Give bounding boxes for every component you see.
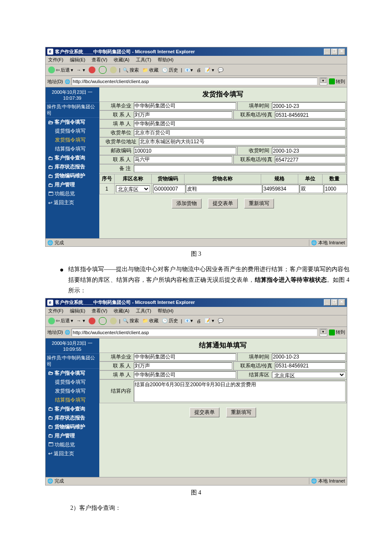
sidebar-item-home[interactable]: ↩ 返回主页 (46, 198, 99, 207)
sidebar-item-settle-fill[interactable]: 结算指令填写 (46, 145, 99, 153)
cell-area-select[interactable]: 北京库区 (116, 185, 150, 192)
sidebar-item-goods-code[interactable]: 🗀 货物编码维护 (46, 171, 99, 180)
sidebar-item-user-mgmt[interactable]: 🗀 用户管理 (46, 431, 99, 440)
menu-favorites[interactable]: 收藏(A) (114, 57, 130, 62)
go-button[interactable]: 转到 (329, 329, 345, 335)
history-button[interactable]: 🕒 历史 (161, 67, 179, 73)
field-recv-unit[interactable] (134, 129, 346, 136)
menu-file[interactable]: 文件(F) (48, 308, 63, 313)
button-bar: 提交表单 重新填写 (99, 403, 347, 422)
minimize-button[interactable]: _ (324, 299, 331, 306)
sidebar-item-customer-fill[interactable]: 🗁 客户指令填写 (46, 118, 99, 127)
sidebar-item-settle-fill[interactable]: 结算指令填写 (46, 396, 99, 405)
go-button[interactable]: 转到 (329, 78, 345, 85)
field-time[interactable] (272, 353, 345, 361)
field-zip[interactable] (134, 147, 236, 154)
home-button[interactable] (109, 318, 118, 324)
print-button[interactable]: 🖨 (196, 67, 202, 72)
edit-button[interactable]: 📝 ▾ (204, 67, 215, 73)
field-company[interactable] (134, 102, 236, 110)
address-input[interactable] (72, 78, 317, 85)
refresh-button[interactable] (98, 317, 107, 325)
menu-edit[interactable]: 编辑(E) (70, 308, 86, 313)
cell-name[interactable] (186, 185, 262, 193)
menu-help[interactable]: 帮助(H) (158, 57, 173, 62)
cell-spec[interactable] (262, 185, 299, 193)
field-filler[interactable] (134, 120, 346, 127)
add-goods-button[interactable]: 添加货物 (172, 199, 202, 208)
menu-help[interactable]: 帮助(H) (158, 308, 173, 313)
print-button[interactable]: 🖨 (196, 318, 202, 324)
cell-unit[interactable] (300, 185, 323, 193)
sidebar-item-pickup-fill[interactable]: 提货指令填写 (46, 378, 99, 387)
stop-button[interactable] (88, 66, 96, 73)
refresh-button[interactable] (98, 66, 107, 74)
forward-button[interactable]: → ▾ (76, 67, 86, 73)
field-contact2[interactable] (134, 156, 233, 163)
field-phone[interactable] (275, 111, 345, 119)
field-remark[interactable] (134, 165, 346, 172)
edit-button[interactable]: 📝 ▾ (204, 318, 215, 324)
minimize-button[interactable]: _ (324, 49, 331, 55)
menu-view[interactable]: 查看(V) (92, 57, 107, 62)
sidebar-item-customer-query[interactable]: 🗀 客户指令查询 (46, 405, 99, 413)
sidebar-item-pickup-fill[interactable]: 提货指令填写 (46, 127, 99, 136)
address-dropdown[interactable] (320, 78, 327, 85)
sidebar-item-customer-query[interactable]: 🗀 客户指令查询 (46, 153, 99, 162)
sidebar-item-ship-fill[interactable]: 发货指令填写 (46, 387, 99, 396)
cell-qty[interactable] (324, 185, 348, 193)
submit-button[interactable]: 提交表单 (190, 408, 219, 417)
field-phone2[interactable] (275, 156, 345, 163)
menu-file[interactable]: 文件(F) (48, 57, 63, 62)
discuss-button[interactable]: 💬 (217, 318, 225, 324)
address-input[interactable] (72, 329, 317, 336)
field-time[interactable] (272, 102, 345, 110)
reset-button[interactable]: 重新填写 (244, 199, 274, 208)
field-content[interactable] (134, 381, 346, 402)
window-title: 客户作业系统____中华制药集团公司 - Microsoft Internet … (55, 299, 324, 306)
close-button[interactable]: ✕ (338, 49, 345, 55)
field-company[interactable] (134, 353, 236, 361)
close-button[interactable]: ✕ (338, 299, 345, 306)
menu-edit[interactable]: 编辑(E) (70, 57, 86, 62)
menu-view[interactable]: 查看(V) (92, 308, 107, 313)
address-dropdown[interactable] (320, 329, 327, 336)
history-button[interactable]: 🕒 历史 (161, 318, 179, 324)
stop-button[interactable] (88, 318, 96, 324)
sidebar-item-goods-code[interactable]: 🗀 货物编码维护 (46, 422, 99, 431)
reset-button[interactable]: 重新填写 (226, 408, 256, 417)
forward-button[interactable]: → ▾ (76, 318, 86, 324)
sidebar-item-overview[interactable]: 🗔 功能总览 (46, 189, 99, 198)
field-area[interactable]: 北京库区 (272, 372, 345, 378)
favorites-button[interactable]: 📁 收藏 (141, 318, 159, 324)
maximize-button[interactable]: ❐ (331, 49, 338, 55)
mail-button[interactable]: 📧▾ (184, 67, 194, 73)
search-button[interactable]: 🔍 搜索 (122, 67, 140, 73)
menu-tools[interactable]: 工具(T) (136, 308, 151, 313)
mail-button[interactable]: 📧▾ (184, 318, 194, 324)
discuss-button[interactable]: 💬 (217, 67, 225, 73)
menu-tools[interactable]: 工具(T) (136, 57, 151, 62)
home-button[interactable] (109, 66, 118, 73)
favorites-button[interactable]: 📁 收藏 (141, 67, 159, 73)
sidebar-item-stock-report[interactable]: 🗀 库存状态报告 (46, 162, 99, 171)
submit-button[interactable]: 提交表单 (208, 199, 238, 208)
sidebar-item-ship-fill[interactable]: 发货指令填写 (46, 136, 99, 145)
sidebar-item-home[interactable]: ↩ 返回主页 (46, 449, 99, 458)
menu-favorites[interactable]: 收藏(A) (114, 308, 130, 313)
back-button[interactable]: ⇦ 后退 ▾ (47, 318, 74, 324)
field-recv-time[interactable] (272, 147, 345, 154)
cell-code[interactable] (153, 185, 185, 193)
maximize-button[interactable]: ❐ (331, 299, 338, 306)
field-filler[interactable] (134, 371, 236, 379)
sidebar-item-overview[interactable]: 🗔 功能总览 (46, 440, 99, 449)
field-recv-addr[interactable] (139, 138, 346, 145)
field-contact[interactable] (134, 111, 233, 119)
sidebar-item-stock-report[interactable]: 🗀 库存状态报告 (46, 413, 99, 422)
search-button[interactable]: 🔍 搜索 (122, 318, 140, 324)
back-button[interactable]: ⇦ 后退 ▾ (47, 66, 74, 73)
sidebar-item-customer-fill[interactable]: 🗁 客户指令填写 (46, 369, 99, 378)
sidebar-item-user-mgmt[interactable]: 🗀 用户管理 (46, 180, 99, 189)
field-contact[interactable] (134, 362, 233, 370)
field-phone[interactable] (275, 362, 345, 370)
